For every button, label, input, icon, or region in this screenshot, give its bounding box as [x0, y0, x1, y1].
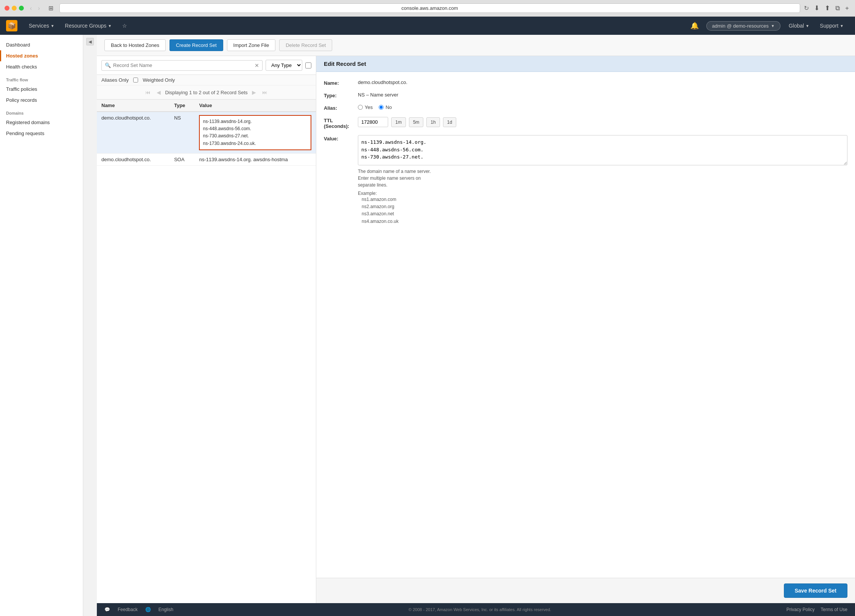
privacy-policy-link[interactable]: Privacy Policy	[787, 607, 815, 612]
sidebar-item-dashboard[interactable]: Dashboard	[0, 39, 83, 50]
download-button[interactable]: ⬇	[813, 3, 821, 13]
sidebar-item-hosted-zones[interactable]: Hosted zones	[0, 50, 83, 61]
global-nav-item[interactable]: Global ▼	[783, 17, 815, 35]
name-col-header: Name	[97, 100, 169, 112]
pagination: ⏮ ◀ Displaying 1 to 2 out of 2 Record Se…	[97, 86, 316, 100]
ttl-1d-button[interactable]: 1d	[443, 117, 456, 127]
url-bar[interactable]: console.aws.amazon.com	[59, 3, 800, 13]
share-button[interactable]: ⬆	[823, 3, 832, 13]
language-icon: 🌐	[145, 607, 151, 612]
table-row[interactable]: demo.cloudhotspot.co. SOA ns-1139.awsdns…	[97, 153, 316, 165]
ttl-input[interactable]	[358, 117, 388, 127]
layout-button[interactable]: ⊞	[46, 4, 56, 12]
edit-panel-footer: Save Record Set	[316, 578, 855, 603]
create-record-set-button[interactable]: Create Record Set	[169, 39, 223, 51]
back-to-hosted-zones-button[interactable]: Back to Hosted Zones	[104, 39, 166, 51]
search-input[interactable]	[113, 62, 255, 68]
forward-button[interactable]: ›	[36, 4, 42, 12]
sidebar-item-traffic-policies[interactable]: Traffic policies	[0, 84, 83, 95]
bookmark-nav-item[interactable]: ☆	[117, 17, 132, 35]
type-select[interactable]: Any Type	[266, 60, 302, 71]
close-dot[interactable]	[5, 6, 9, 11]
edit-panel-body: Name: demo.cloudhotspot.co. Type: NS – N…	[316, 72, 855, 578]
row1-value: ns-1139.awsdns-14.org. ns-448.awsdns-56.…	[194, 112, 316, 153]
ttl-1m-button[interactable]: 1m	[391, 117, 406, 127]
support-caret: ▼	[840, 24, 844, 28]
sidebar-toggle[interactable]: ◀	[86, 38, 94, 45]
value-field-label: Value:	[324, 135, 358, 142]
last-page-button[interactable]: ⏭	[260, 89, 269, 96]
edit-panel: Edit Record Set Name: demo.cloudhotspot.…	[316, 56, 855, 603]
records-table: Name Type Value demo.cloudhotspot.co. NS	[97, 100, 316, 166]
value-textarea[interactable]: ns-1139.awsdns-14.org. ns-448.awsdns-56.…	[358, 135, 847, 165]
ttl-5m-button[interactable]: 5m	[409, 117, 424, 127]
split-content: 🔍 ✕ Any Type Aliases Only Weighted	[97, 56, 855, 603]
services-nav-item[interactable]: Services ▼	[23, 17, 60, 35]
type-field-row: Type: NS – Name server	[324, 92, 847, 98]
row2-value: ns-1139.awsdns-14.org. awsdns-hostma	[194, 153, 316, 165]
search-input-wrap: 🔍 ✕	[101, 60, 263, 71]
row2-name: demo.cloudhotspot.co.	[97, 153, 169, 165]
alias-radio-group: Yes No	[358, 104, 392, 110]
sidebar-item-registered-domains[interactable]: Registered domains	[0, 117, 83, 128]
example-server-2: ns2.amazon.org	[362, 203, 847, 210]
example-server-4: ns4.amazon.co.uk	[362, 218, 847, 225]
weighted-only-checkbox[interactable]	[133, 78, 138, 82]
toolbar: Back to Hosted Zones Create Record Set I…	[97, 35, 855, 56]
domains-section: Domains	[0, 106, 83, 117]
name-field-row: Name: demo.cloudhotspot.co.	[324, 79, 847, 86]
delete-record-set-button[interactable]: Delete Record Set	[279, 39, 332, 51]
resource-groups-nav-item[interactable]: Resource Groups ▼	[60, 17, 117, 35]
more-button[interactable]: +	[844, 3, 850, 13]
aws-nav: 📦 Services ▼ Resource Groups ▼ ☆ 🔔 admin…	[0, 17, 855, 35]
clear-search-icon[interactable]: ✕	[255, 62, 259, 68]
import-zone-file-button[interactable]: Import Zone File	[227, 39, 276, 51]
browser-nav: ‹ ›	[28, 4, 42, 12]
language-link[interactable]: English	[159, 607, 173, 612]
table-row[interactable]: demo.cloudhotspot.co. NS ns-1139.awsdns-…	[97, 112, 316, 153]
reload-button[interactable]: ↻	[804, 5, 809, 12]
services-caret: ▼	[51, 24, 54, 28]
footer-right: Privacy Policy Terms of Use	[787, 607, 847, 612]
sidebar-item-pending-requests[interactable]: Pending requests	[0, 128, 83, 139]
back-button[interactable]: ‹	[28, 4, 34, 12]
prev-page-button[interactable]: ◀	[155, 89, 163, 96]
example-server-3: ns3.amazon.net	[362, 210, 847, 218]
value-line-2: ns-448.awsdns-56.com.	[203, 125, 308, 132]
alias-yes-radio[interactable]	[358, 105, 363, 110]
feedback-link[interactable]: Feedback	[118, 607, 138, 612]
next-page-button[interactable]: ▶	[250, 89, 258, 96]
weighted-only-label: Weighted Only	[143, 77, 175, 83]
terms-of-use-link[interactable]: Terms of Use	[821, 607, 847, 612]
traffic-flow-section: Traffic flow	[0, 72, 83, 84]
filter-checkbox[interactable]	[305, 62, 311, 68]
fullscreen-button[interactable]: ⧉	[834, 3, 841, 13]
account-menu[interactable]: admin @ demo-resources ▼	[706, 21, 780, 31]
edit-panel-header: Edit Record Set	[316, 56, 855, 72]
save-record-set-button[interactable]: Save Record Set	[784, 583, 848, 598]
alias-yes-option[interactable]: Yes	[358, 104, 373, 110]
row2-type: SOA	[169, 153, 194, 165]
alias-no-radio[interactable]	[379, 105, 384, 110]
example-server-1: ns1.amazon.com	[362, 196, 847, 203]
account-caret: ▼	[771, 24, 775, 28]
support-nav-item[interactable]: Support ▼	[815, 17, 849, 35]
value-field-container: ns-1139.awsdns-14.org. ns-448.awsdns-56.…	[358, 135, 847, 225]
value-line-4: ns-1730.awsdns-24.co.uk.	[203, 140, 308, 147]
ttl-1h-button[interactable]: 1h	[426, 117, 440, 127]
name-field-label: Name:	[324, 79, 358, 86]
bell-icon[interactable]: 🔔	[686, 22, 703, 30]
first-page-button[interactable]: ⏮	[143, 89, 152, 96]
sidebar-item-policy-records[interactable]: Policy records	[0, 95, 83, 106]
alias-no-option[interactable]: No	[379, 104, 392, 110]
value-col-header: Value	[194, 100, 316, 112]
sidebar-item-health-checks[interactable]: Health checks	[0, 61, 83, 72]
alias-field-label: Alias:	[324, 104, 358, 111]
record-table: Name Type Value demo.cloudhotspot.co. NS	[97, 100, 316, 603]
minimize-dot[interactable]	[12, 6, 17, 11]
ttl-field-row: TTL (Seconds): 1m 5m 1h 1d	[324, 117, 847, 129]
row1-name: demo.cloudhotspot.co.	[97, 112, 169, 153]
maximize-dot[interactable]	[19, 6, 24, 11]
browser-actions: ⬇ ⬆ ⧉ +	[813, 3, 850, 13]
resource-groups-caret: ▼	[108, 24, 112, 28]
